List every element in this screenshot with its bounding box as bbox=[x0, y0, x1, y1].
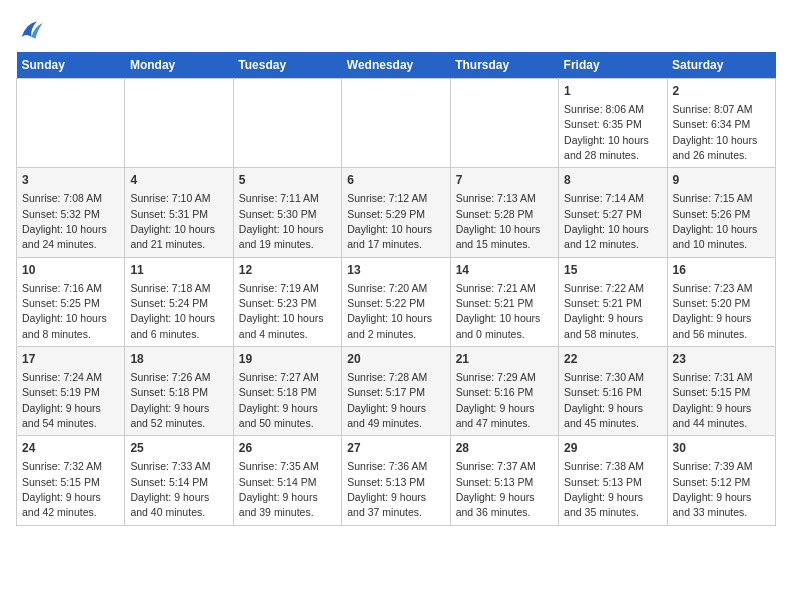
calendar-day-cell: 14Sunrise: 7:21 AM Sunset: 5:21 PM Dayli… bbox=[450, 257, 558, 346]
calendar-day-cell bbox=[342, 79, 450, 168]
day-info: Sunrise: 7:24 AM Sunset: 5:19 PM Dayligh… bbox=[22, 371, 102, 429]
day-info: Sunrise: 7:32 AM Sunset: 5:15 PM Dayligh… bbox=[22, 460, 102, 518]
day-info: Sunrise: 7:11 AM Sunset: 5:30 PM Dayligh… bbox=[239, 192, 324, 250]
calendar-week-row: 1Sunrise: 8:06 AM Sunset: 6:35 PM Daylig… bbox=[17, 79, 776, 168]
day-info: Sunrise: 7:35 AM Sunset: 5:14 PM Dayligh… bbox=[239, 460, 319, 518]
day-info: Sunrise: 7:38 AM Sunset: 5:13 PM Dayligh… bbox=[564, 460, 644, 518]
calendar-table: SundayMondayTuesdayWednesdayThursdayFrid… bbox=[16, 52, 776, 526]
day-number: 7 bbox=[456, 172, 553, 189]
day-info: Sunrise: 7:28 AM Sunset: 5:17 PM Dayligh… bbox=[347, 371, 427, 429]
day-number: 1 bbox=[564, 83, 661, 100]
day-number: 18 bbox=[130, 351, 227, 368]
calendar-day-cell: 7Sunrise: 7:13 AM Sunset: 5:28 PM Daylig… bbox=[450, 168, 558, 257]
day-info: Sunrise: 7:31 AM Sunset: 5:15 PM Dayligh… bbox=[673, 371, 753, 429]
day-of-week-header: Monday bbox=[125, 52, 233, 79]
calendar-day-cell: 23Sunrise: 7:31 AM Sunset: 5:15 PM Dayli… bbox=[667, 347, 775, 436]
day-number: 26 bbox=[239, 440, 336, 457]
day-number: 15 bbox=[564, 262, 661, 279]
day-number: 23 bbox=[673, 351, 770, 368]
page-header bbox=[16, 16, 776, 44]
day-number: 10 bbox=[22, 262, 119, 279]
calendar-day-cell: 26Sunrise: 7:35 AM Sunset: 5:14 PM Dayli… bbox=[233, 436, 341, 525]
calendar-day-cell bbox=[233, 79, 341, 168]
day-info: Sunrise: 7:39 AM Sunset: 5:12 PM Dayligh… bbox=[673, 460, 753, 518]
day-number: 20 bbox=[347, 351, 444, 368]
day-number: 24 bbox=[22, 440, 119, 457]
calendar-day-cell: 11Sunrise: 7:18 AM Sunset: 5:24 PM Dayli… bbox=[125, 257, 233, 346]
day-info: Sunrise: 7:19 AM Sunset: 5:23 PM Dayligh… bbox=[239, 282, 324, 340]
day-of-week-header: Tuesday bbox=[233, 52, 341, 79]
calendar-day-cell bbox=[17, 79, 125, 168]
day-info: Sunrise: 7:30 AM Sunset: 5:16 PM Dayligh… bbox=[564, 371, 644, 429]
day-info: Sunrise: 7:26 AM Sunset: 5:18 PM Dayligh… bbox=[130, 371, 210, 429]
day-of-week-header: Saturday bbox=[667, 52, 775, 79]
day-number: 19 bbox=[239, 351, 336, 368]
day-number: 9 bbox=[673, 172, 770, 189]
calendar-day-cell: 3Sunrise: 7:08 AM Sunset: 5:32 PM Daylig… bbox=[17, 168, 125, 257]
day-of-week-header: Wednesday bbox=[342, 52, 450, 79]
logo-bird-icon bbox=[16, 16, 44, 44]
logo bbox=[16, 16, 48, 44]
calendar-day-cell: 18Sunrise: 7:26 AM Sunset: 5:18 PM Dayli… bbox=[125, 347, 233, 436]
day-info: Sunrise: 7:36 AM Sunset: 5:13 PM Dayligh… bbox=[347, 460, 427, 518]
day-number: 29 bbox=[564, 440, 661, 457]
day-number: 21 bbox=[456, 351, 553, 368]
day-info: Sunrise: 7:13 AM Sunset: 5:28 PM Dayligh… bbox=[456, 192, 541, 250]
day-number: 14 bbox=[456, 262, 553, 279]
calendar-day-cell: 17Sunrise: 7:24 AM Sunset: 5:19 PM Dayli… bbox=[17, 347, 125, 436]
calendar-day-cell: 15Sunrise: 7:22 AM Sunset: 5:21 PM Dayli… bbox=[559, 257, 667, 346]
calendar-day-cell: 25Sunrise: 7:33 AM Sunset: 5:14 PM Dayli… bbox=[125, 436, 233, 525]
calendar-day-cell: 1Sunrise: 8:06 AM Sunset: 6:35 PM Daylig… bbox=[559, 79, 667, 168]
day-info: Sunrise: 7:22 AM Sunset: 5:21 PM Dayligh… bbox=[564, 282, 644, 340]
calendar-day-cell: 4Sunrise: 7:10 AM Sunset: 5:31 PM Daylig… bbox=[125, 168, 233, 257]
calendar-day-cell: 28Sunrise: 7:37 AM Sunset: 5:13 PM Dayli… bbox=[450, 436, 558, 525]
calendar-week-row: 17Sunrise: 7:24 AM Sunset: 5:19 PM Dayli… bbox=[17, 347, 776, 436]
calendar-week-row: 10Sunrise: 7:16 AM Sunset: 5:25 PM Dayli… bbox=[17, 257, 776, 346]
calendar-day-cell bbox=[450, 79, 558, 168]
day-info: Sunrise: 7:33 AM Sunset: 5:14 PM Dayligh… bbox=[130, 460, 210, 518]
day-info: Sunrise: 7:23 AM Sunset: 5:20 PM Dayligh… bbox=[673, 282, 753, 340]
day-info: Sunrise: 8:07 AM Sunset: 6:34 PM Dayligh… bbox=[673, 103, 758, 161]
day-number: 16 bbox=[673, 262, 770, 279]
day-info: Sunrise: 7:08 AM Sunset: 5:32 PM Dayligh… bbox=[22, 192, 107, 250]
day-info: Sunrise: 7:14 AM Sunset: 5:27 PM Dayligh… bbox=[564, 192, 649, 250]
day-number: 4 bbox=[130, 172, 227, 189]
day-info: Sunrise: 7:37 AM Sunset: 5:13 PM Dayligh… bbox=[456, 460, 536, 518]
calendar-day-cell: 22Sunrise: 7:30 AM Sunset: 5:16 PM Dayli… bbox=[559, 347, 667, 436]
day-info: Sunrise: 7:10 AM Sunset: 5:31 PM Dayligh… bbox=[130, 192, 215, 250]
day-number: 27 bbox=[347, 440, 444, 457]
day-of-week-header: Sunday bbox=[17, 52, 125, 79]
calendar-day-cell: 2Sunrise: 8:07 AM Sunset: 6:34 PM Daylig… bbox=[667, 79, 775, 168]
day-info: Sunrise: 8:06 AM Sunset: 6:35 PM Dayligh… bbox=[564, 103, 649, 161]
calendar-day-cell: 16Sunrise: 7:23 AM Sunset: 5:20 PM Dayli… bbox=[667, 257, 775, 346]
calendar-day-cell: 5Sunrise: 7:11 AM Sunset: 5:30 PM Daylig… bbox=[233, 168, 341, 257]
calendar-day-cell: 29Sunrise: 7:38 AM Sunset: 5:13 PM Dayli… bbox=[559, 436, 667, 525]
calendar-day-cell: 9Sunrise: 7:15 AM Sunset: 5:26 PM Daylig… bbox=[667, 168, 775, 257]
calendar-week-row: 3Sunrise: 7:08 AM Sunset: 5:32 PM Daylig… bbox=[17, 168, 776, 257]
calendar-day-cell: 8Sunrise: 7:14 AM Sunset: 5:27 PM Daylig… bbox=[559, 168, 667, 257]
day-info: Sunrise: 7:16 AM Sunset: 5:25 PM Dayligh… bbox=[22, 282, 107, 340]
day-of-week-header: Thursday bbox=[450, 52, 558, 79]
day-number: 30 bbox=[673, 440, 770, 457]
day-number: 3 bbox=[22, 172, 119, 189]
calendar-day-cell: 21Sunrise: 7:29 AM Sunset: 5:16 PM Dayli… bbox=[450, 347, 558, 436]
day-number: 28 bbox=[456, 440, 553, 457]
day-number: 8 bbox=[564, 172, 661, 189]
calendar-day-cell: 13Sunrise: 7:20 AM Sunset: 5:22 PM Dayli… bbox=[342, 257, 450, 346]
calendar-day-cell: 6Sunrise: 7:12 AM Sunset: 5:29 PM Daylig… bbox=[342, 168, 450, 257]
day-number: 17 bbox=[22, 351, 119, 368]
day-number: 12 bbox=[239, 262, 336, 279]
calendar-day-cell: 30Sunrise: 7:39 AM Sunset: 5:12 PM Dayli… bbox=[667, 436, 775, 525]
calendar-day-cell: 20Sunrise: 7:28 AM Sunset: 5:17 PM Dayli… bbox=[342, 347, 450, 436]
calendar-day-cell: 19Sunrise: 7:27 AM Sunset: 5:18 PM Dayli… bbox=[233, 347, 341, 436]
calendar-week-row: 24Sunrise: 7:32 AM Sunset: 5:15 PM Dayli… bbox=[17, 436, 776, 525]
calendar-day-cell bbox=[125, 79, 233, 168]
day-info: Sunrise: 7:27 AM Sunset: 5:18 PM Dayligh… bbox=[239, 371, 319, 429]
calendar-day-cell: 12Sunrise: 7:19 AM Sunset: 5:23 PM Dayli… bbox=[233, 257, 341, 346]
day-of-week-header: Friday bbox=[559, 52, 667, 79]
calendar-day-cell: 24Sunrise: 7:32 AM Sunset: 5:15 PM Dayli… bbox=[17, 436, 125, 525]
day-number: 5 bbox=[239, 172, 336, 189]
day-info: Sunrise: 7:15 AM Sunset: 5:26 PM Dayligh… bbox=[673, 192, 758, 250]
calendar-day-cell: 10Sunrise: 7:16 AM Sunset: 5:25 PM Dayli… bbox=[17, 257, 125, 346]
day-info: Sunrise: 7:12 AM Sunset: 5:29 PM Dayligh… bbox=[347, 192, 432, 250]
